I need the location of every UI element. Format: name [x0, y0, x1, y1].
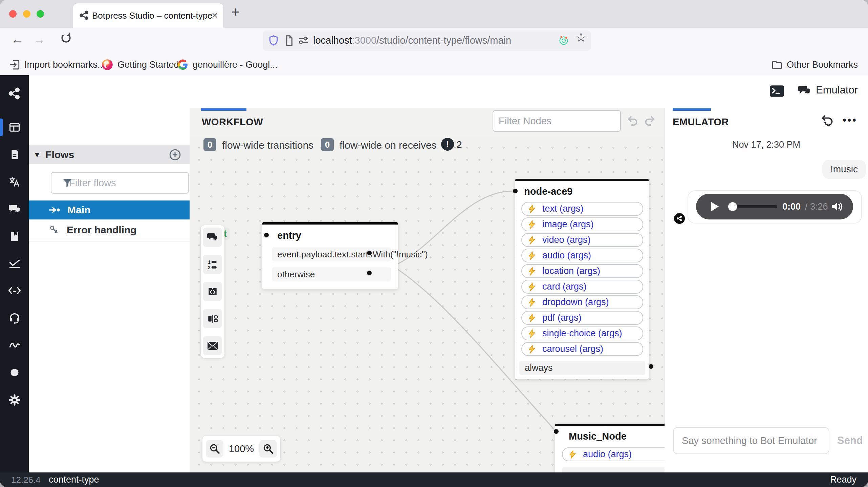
- emulator-tab-indicator: [673, 108, 711, 111]
- play-icon[interactable]: [710, 201, 720, 212]
- emulator-toggle-button[interactable]: Emulator: [798, 84, 858, 96]
- emulator-tab[interactable]: EMULATOR: [673, 117, 729, 128]
- always-transition-row[interactable]: always: [519, 361, 645, 375]
- content-item[interactable]: dropdown (args): [521, 295, 643, 309]
- seek-track[interactable]: [733, 205, 777, 208]
- sidebar-item-signature-squiggle-icon[interactable]: [0, 335, 29, 356]
- ace9-input-port[interactable]: [513, 189, 518, 193]
- reload-icon[interactable]: [59, 31, 73, 45]
- new-tab-button[interactable]: +: [232, 4, 240, 20]
- envelope-icon[interactable]: [203, 336, 222, 355]
- send-button[interactable]: Send: [837, 435, 863, 447]
- sidebar-item-analytics-chart-icon[interactable]: [0, 253, 29, 274]
- node-music[interactable]: Music_Node audio (args): [555, 424, 665, 472]
- flows-panel-title: Flows: [45, 149, 74, 161]
- other-bookmarks[interactable]: Other Bookmarks: [771, 58, 858, 71]
- flows-panel-header[interactable]: ▾ Flows: [29, 145, 190, 164]
- content-item-label: video (args): [542, 235, 591, 245]
- seek-handle[interactable]: [728, 202, 737, 211]
- sidebar-item-translate-icon[interactable]: [0, 171, 29, 193]
- divider: [29, 241, 190, 241]
- content-item[interactable]: video (args): [521, 233, 643, 247]
- orbit-icon[interactable]: [558, 35, 570, 47]
- forward-icon[interactable]: →: [33, 33, 45, 47]
- content-item[interactable]: location (args): [521, 264, 643, 278]
- reset-conversation-icon[interactable]: [820, 114, 834, 128]
- content-item[interactable]: card (args): [521, 280, 643, 294]
- sidebar-item-conversations-chat-icon[interactable]: [0, 198, 29, 220]
- back-icon[interactable]: ←: [11, 33, 23, 47]
- browser-tab[interactable]: Botpress Studio – content-type ×: [73, 3, 223, 28]
- page-icon[interactable]: [283, 34, 296, 47]
- content-item[interactable]: image (args): [521, 217, 643, 231]
- permissions-icon[interactable]: [297, 34, 310, 47]
- shield-icon[interactable]: [267, 34, 280, 47]
- lightning-icon: [527, 314, 536, 322]
- split-router-icon[interactable]: [203, 309, 222, 328]
- audio-player[interactable]: 0:00 / 3:26: [696, 194, 853, 219]
- sidebar-item-code-icon[interactable]: [0, 280, 29, 301]
- content-item[interactable]: single-choice (args): [521, 326, 643, 340]
- sidebar-item-flows-layout-icon[interactable]: [0, 117, 29, 138]
- node-entry[interactable]: entry event.payload.text.startsWith("!mu…: [262, 222, 398, 289]
- filter-flows-input[interactable]: Filter flows: [51, 172, 189, 194]
- say-chat-icon[interactable]: [203, 228, 222, 247]
- flow-error-handling-label: Error handling: [67, 224, 137, 236]
- sidebar-item-flow-main[interactable]: Main: [29, 200, 190, 219]
- emulator-button-label: Emulator: [816, 84, 858, 96]
- condition-row[interactable]: otherwise: [272, 267, 391, 281]
- zoom-out-icon[interactable]: [206, 440, 223, 458]
- star-icon[interactable]: ☆: [575, 30, 587, 45]
- content-item-label: audio (args): [542, 250, 591, 261]
- ordered-list-icon[interactable]: 12: [203, 255, 222, 274]
- content-item[interactable]: audio (args): [562, 447, 665, 461]
- content-item[interactable]: audio (args): [521, 249, 643, 262]
- close-window-button[interactable]: [9, 10, 17, 18]
- svg-text:2: 2: [208, 264, 211, 270]
- sidebar-item-circle-icon[interactable]: [0, 362, 29, 383]
- sidebar-item-settings-gear-icon[interactable]: [0, 389, 29, 411]
- music-input-port[interactable]: [554, 429, 559, 434]
- sidebar-item-support-headset-icon[interactable]: [0, 307, 29, 329]
- zoom-in-icon[interactable]: [259, 440, 277, 458]
- condition-row[interactable]: event.payload.text.startsWith("!music"): [272, 247, 391, 261]
- plus-circle-icon[interactable]: [169, 148, 181, 161]
- ace9-always-output-port[interactable]: [649, 364, 653, 369]
- kebab-menu-icon[interactable]: •••: [843, 114, 858, 126]
- ready-status: Ready: [830, 474, 856, 485]
- bookmark-getting-started[interactable]: Getting Started: [101, 58, 179, 71]
- url-bar[interactable]: localhost:3000/studio/content-type/flows…: [263, 30, 591, 51]
- emulator-message-input[interactable]: Say something to Bot Emulator: [673, 427, 829, 454]
- entry-input-port[interactable]: [264, 233, 269, 237]
- svg-text:1: 1: [208, 259, 211, 264]
- tab-close-icon[interactable]: ×: [212, 9, 218, 21]
- sidebar-item-flow-error-handling[interactable]: Error handling: [29, 220, 190, 239]
- botpress-logo[interactable]: [0, 83, 29, 104]
- emulator-input-placeholder: Say something to Bot Emulator: [682, 435, 817, 446]
- content-item[interactable]: carousel (args): [521, 342, 643, 356]
- lightning-icon: [527, 282, 536, 291]
- zoom-window-button[interactable]: [37, 10, 44, 18]
- bookmark-label: genouillère - Googl...: [193, 60, 278, 70]
- entry-otherwise-output-port[interactable]: [367, 271, 372, 275]
- lightning-icon: [527, 236, 536, 245]
- audio-duration: / 3:26: [805, 202, 828, 212]
- sidebar-item-content-document-icon[interactable]: [0, 144, 29, 165]
- sidebar-item-library-book-icon[interactable]: [0, 226, 29, 247]
- folder-icon: [771, 59, 783, 70]
- content-item[interactable]: pdf (args): [521, 311, 643, 325]
- node-ace9[interactable]: node-ace9 text (args) image (args): [515, 179, 649, 379]
- bookmark-genouillere[interactable]: genouillère - Googl...: [177, 58, 278, 71]
- speaker-icon[interactable]: [831, 200, 844, 213]
- studio-app: Emulator ▾ Flows Filter flows: [29, 75, 868, 472]
- entry-condition-output-port[interactable]: [367, 251, 372, 255]
- content-item[interactable]: text (args): [521, 202, 643, 216]
- caret-down-icon[interactable]: ▾: [35, 149, 39, 160]
- url-text: localhost:3000/studio/content-type/flows…: [313, 35, 511, 46]
- minimize-window-button[interactable]: [23, 10, 30, 18]
- terminal-icon[interactable]: [769, 84, 784, 98]
- content-item-label: dropdown (args): [542, 297, 609, 308]
- bookmark-import[interactable]: Import bookmarks...: [9, 58, 105, 71]
- code-block-icon[interactable]: [203, 282, 222, 301]
- workflow-canvas[interactable]: WORKFLOW 0 flow-wide transitions 0 flow-…: [190, 108, 665, 472]
